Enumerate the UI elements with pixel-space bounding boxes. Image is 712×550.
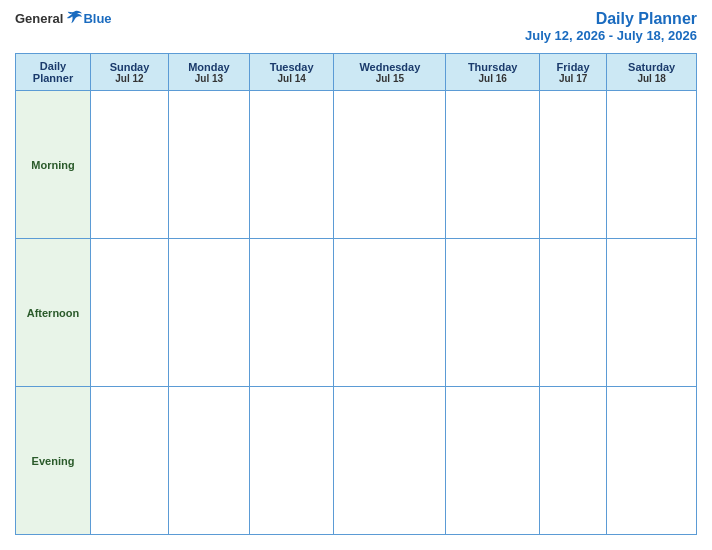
- monday-name: Monday: [173, 61, 245, 73]
- friday-date: Jul 17: [544, 73, 602, 84]
- header-daily: Daily: [20, 60, 86, 72]
- morning-label: Morning: [16, 91, 91, 239]
- evening-thursday-cell[interactable]: [446, 387, 540, 535]
- header-planner: Planner: [20, 72, 86, 84]
- table-header-monday: Monday Jul 13: [168, 54, 249, 91]
- logo-area: General Blue: [15, 10, 112, 26]
- table-header-row: Daily Planner Sunday Jul 12 Monday Jul 1…: [16, 54, 697, 91]
- morning-tuesday-cell[interactable]: [249, 91, 334, 239]
- table-header-wednesday: Wednesday Jul 15: [334, 54, 446, 91]
- evening-wednesday-cell[interactable]: [334, 387, 446, 535]
- evening-tuesday-cell[interactable]: [249, 387, 334, 535]
- afternoon-sunday-cell[interactable]: [91, 239, 169, 387]
- afternoon-tuesday-cell[interactable]: [249, 239, 334, 387]
- afternoon-label: Afternoon: [16, 239, 91, 387]
- monday-date: Jul 13: [173, 73, 245, 84]
- evening-sunday-cell[interactable]: [91, 387, 169, 535]
- table-header-tuesday: Tuesday Jul 14: [249, 54, 334, 91]
- evening-friday-cell[interactable]: [539, 387, 606, 535]
- page-title: Daily Planner: [525, 10, 697, 28]
- table-header-saturday: Saturday Jul 18: [607, 54, 697, 91]
- morning-thursday-cell[interactable]: [446, 91, 540, 239]
- evening-monday-cell[interactable]: [168, 387, 249, 535]
- afternoon-wednesday-cell[interactable]: [334, 239, 446, 387]
- morning-friday-cell[interactable]: [539, 91, 606, 239]
- thursday-name: Thursday: [450, 61, 535, 73]
- logo-text: General Blue: [15, 10, 112, 26]
- table-header-friday: Friday Jul 17: [539, 54, 606, 91]
- title-area: Daily Planner July 12, 2026 - July 18, 2…: [525, 10, 697, 43]
- afternoon-friday-cell[interactable]: [539, 239, 606, 387]
- table-header-label: Daily Planner: [16, 54, 91, 91]
- header: General Blue Daily Planner July 12, 2026…: [15, 10, 697, 43]
- logo-blue-text: Blue: [83, 11, 111, 26]
- evening-row: Evening: [16, 387, 697, 535]
- bird-icon: [65, 10, 83, 26]
- sunday-name: Sunday: [95, 61, 164, 73]
- afternoon-row: Afternoon: [16, 239, 697, 387]
- saturday-date: Jul 18: [611, 73, 692, 84]
- morning-row: Morning: [16, 91, 697, 239]
- morning-sunday-cell[interactable]: [91, 91, 169, 239]
- morning-monday-cell[interactable]: [168, 91, 249, 239]
- calendar-table: Daily Planner Sunday Jul 12 Monday Jul 1…: [15, 53, 697, 535]
- afternoon-saturday-cell[interactable]: [607, 239, 697, 387]
- date-range: July 12, 2026 - July 18, 2026: [525, 28, 697, 43]
- evening-saturday-cell[interactable]: [607, 387, 697, 535]
- evening-label: Evening: [16, 387, 91, 535]
- morning-wednesday-cell[interactable]: [334, 91, 446, 239]
- table-header-thursday: Thursday Jul 16: [446, 54, 540, 91]
- sunday-date: Jul 12: [95, 73, 164, 84]
- wednesday-name: Wednesday: [338, 61, 441, 73]
- page: General Blue Daily Planner July 12, 2026…: [0, 0, 712, 550]
- tuesday-date: Jul 14: [254, 73, 330, 84]
- afternoon-thursday-cell[interactable]: [446, 239, 540, 387]
- friday-name: Friday: [544, 61, 602, 73]
- saturday-name: Saturday: [611, 61, 692, 73]
- wednesday-date: Jul 15: [338, 73, 441, 84]
- tuesday-name: Tuesday: [254, 61, 330, 73]
- morning-saturday-cell[interactable]: [607, 91, 697, 239]
- thursday-date: Jul 16: [450, 73, 535, 84]
- logo-general-text: General: [15, 11, 63, 26]
- table-header-sunday: Sunday Jul 12: [91, 54, 169, 91]
- afternoon-monday-cell[interactable]: [168, 239, 249, 387]
